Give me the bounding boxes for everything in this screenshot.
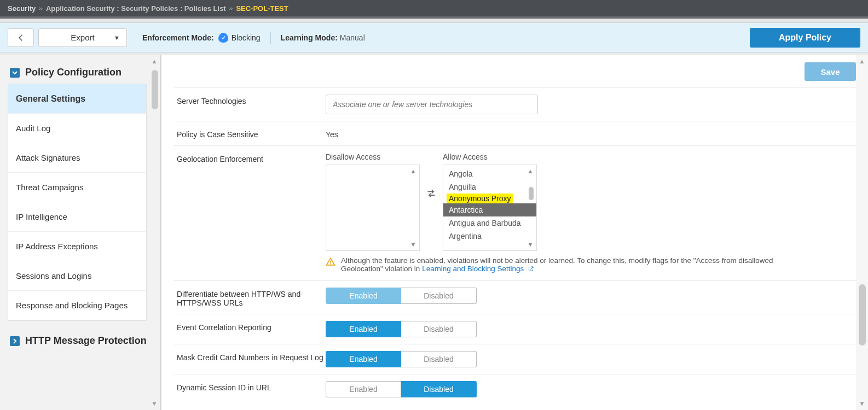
row-server-technologies: Server Technologies <box>173 87 856 121</box>
sidebar-item-ip-intelligence[interactable]: IP Intelligence <box>8 202 146 232</box>
breadcrumb-path[interactable]: Application Security : Security Policies… <box>46 4 226 13</box>
divider <box>0 19 868 23</box>
collapse-right-icon <box>10 336 20 346</box>
event-correlation-label: Event Correlation Reporting <box>177 321 326 337</box>
disallow-access-listbox[interactable]: ▲ ▼ <box>326 165 420 251</box>
sidebar-item-response-blocking-pages[interactable]: Response and Blocking Pages <box>8 291 146 320</box>
dynamic-session-id-label: Dynamic Session ID in URL <box>177 381 326 397</box>
list-item[interactable]: Argentina <box>443 230 536 243</box>
learning-mode-value: Manual <box>340 33 365 42</box>
learning-mode-label: Learning Mode: <box>281 33 338 42</box>
sidebar-item-attack-signatures[interactable]: Attack Signatures <box>8 143 146 173</box>
main-scrollbar[interactable]: ▲ ▼ <box>856 55 868 410</box>
sidebar-section-title: HTTP Message Protection <box>25 335 147 347</box>
list-item[interactable]: Angola <box>443 167 536 180</box>
back-button[interactable] <box>8 28 34 47</box>
differentiate-toggle: Enabled Disabled <box>326 288 856 304</box>
sidebar-item-audit-log[interactable]: Audit Log <box>8 114 146 143</box>
scroll-down-icon: ▼ <box>152 400 158 407</box>
export-dropdown[interactable]: Export ▼ <box>38 28 127 47</box>
external-link-icon <box>528 265 540 274</box>
main-panel: Save Server Technologies Policy is Case … <box>161 55 868 410</box>
sidebar-section-policy-config[interactable]: Policy Configuration <box>8 62 160 84</box>
apply-policy-button[interactable]: Apply Policy <box>750 28 860 48</box>
svg-point-1 <box>330 263 331 265</box>
server-technologies-label: Server Technologies <box>177 95 326 114</box>
main-scrollbar-thumb[interactable] <box>859 284 866 345</box>
allow-access-listbox[interactable]: Angola Anguilla Anonymous Proxy Antarcti… <box>443 165 537 251</box>
divider <box>270 32 271 44</box>
enforcement-mode: Enforcement Mode: Blocking <box>142 33 261 43</box>
toggle-enabled[interactable]: Enabled <box>326 351 401 367</box>
sidebar-item-ip-address-exceptions[interactable]: IP Address Exceptions <box>8 232 146 261</box>
scroll-down-icon: ▼ <box>859 400 865 407</box>
sidebar-item-general-settings[interactable]: General Settings <box>8 84 146 114</box>
shield-check-icon <box>218 33 228 43</box>
arrow-left-icon <box>16 33 26 43</box>
list-item-highlighted[interactable]: Anonymous Proxy <box>447 194 513 203</box>
case-sensitive-value: Yes <box>326 128 856 139</box>
server-technologies-input[interactable] <box>326 95 538 114</box>
scrollbar-thumb[interactable] <box>529 187 534 200</box>
row-geolocation-enforcement: Geolocation Enforcement Disallow Access … <box>173 145 856 280</box>
export-label: Export <box>71 33 94 42</box>
scroll-up-icon: ▲ <box>525 166 535 176</box>
geolocation-enforcement-label: Geolocation Enforcement <box>177 153 326 163</box>
scroll-down-icon: ▼ <box>408 239 418 249</box>
toggle-disabled[interactable]: Disabled <box>401 288 477 304</box>
sidebar-item-threat-campaigns[interactable]: Threat Campaigns <box>8 173 146 202</box>
toggle-disabled[interactable]: Disabled <box>401 381 477 397</box>
sidebar-scrollbar-thumb[interactable] <box>152 70 158 109</box>
warning-triangle-icon <box>326 257 335 267</box>
case-sensitive-label: Policy is Case Sensitive <box>177 128 326 139</box>
collapse-down-icon <box>10 68 20 78</box>
breadcrumb-sep-icon: ›› <box>39 5 43 11</box>
swap-buttons[interactable] <box>420 153 443 198</box>
row-differentiate-http-ws: Differentiate between HTTP/WS and HTTPS/… <box>173 280 856 314</box>
learning-blocking-settings-link[interactable]: Learning and Blocking Settings <box>422 265 524 273</box>
mask-cc-toggle: Enabled Disabled <box>326 351 856 367</box>
scroll-up-icon: ▲ <box>152 58 158 65</box>
geolocation-warning: Although the feature is enabled, violati… <box>326 256 807 274</box>
row-case-sensitive: Policy is Case Sensitive Yes <box>173 121 856 145</box>
enforcement-mode-label: Enforcement Mode: <box>142 33 214 42</box>
sidebar-nav-list: General Settings Audit Log Attack Signat… <box>8 84 147 321</box>
enforcement-mode-value: Blocking <box>232 33 261 42</box>
toggle-disabled[interactable]: Disabled <box>401 321 477 337</box>
toolbar: Export ▼ Enforcement Mode: Blocking Lear… <box>0 23 868 52</box>
sidebar: Policy Configuration General Settings Au… <box>0 55 160 410</box>
scroll-up-icon: ▲ <box>408 166 418 176</box>
save-button[interactable]: Save <box>805 62 856 81</box>
disallow-access-header: Disallow Access <box>326 153 420 161</box>
differentiate-http-ws-label: Differentiate between HTTP/WS and HTTPS/… <box>177 288 326 307</box>
list-item[interactable]: Anguilla <box>443 180 536 194</box>
row-mask-cc: Mask Credit Card Numbers in Request Log … <box>173 344 856 374</box>
toggle-enabled[interactable]: Enabled <box>326 321 401 337</box>
mask-cc-label: Mask Credit Card Numbers in Request Log <box>177 351 326 367</box>
breadcrumb: Security ›› Application Security : Secur… <box>0 0 868 19</box>
dynamic-session-toggle: Enabled Disabled <box>326 381 856 397</box>
list-item-selected[interactable]: Antarctica <box>443 203 536 216</box>
row-event-correlation: Event Correlation Reporting Enabled Disa… <box>173 314 856 344</box>
scroll-down-icon: ▼ <box>525 239 535 249</box>
breadcrumb-current: SEC-POL-TEST <box>236 4 288 13</box>
breadcrumb-root[interactable]: Security <box>8 4 36 13</box>
sidebar-item-sessions-and-logins[interactable]: Sessions and Logins <box>8 261 146 291</box>
toggle-disabled[interactable]: Disabled <box>401 351 477 367</box>
event-correlation-toggle: Enabled Disabled <box>326 321 856 337</box>
caret-down-icon: ▼ <box>114 34 120 41</box>
sidebar-section-http-message-protection[interactable]: HTTP Message Protection <box>8 331 160 352</box>
list-item[interactable]: Antigua and Barbuda <box>443 216 536 230</box>
row-dynamic-session-id: Dynamic Session ID in URL Enabled Disabl… <box>173 374 856 404</box>
swap-horizontal-icon <box>426 188 437 198</box>
scroll-up-icon: ▲ <box>859 58 865 65</box>
toggle-enabled[interactable]: Enabled <box>326 288 401 304</box>
sidebar-section-title: Policy Configuration <box>25 67 121 78</box>
warning-text: Although the feature is enabled, violati… <box>341 256 773 273</box>
allow-access-header: Allow Access <box>443 153 537 161</box>
toggle-enabled[interactable]: Enabled <box>326 381 401 397</box>
learning-mode: Learning Mode: Manual <box>281 33 365 42</box>
breadcrumb-sep-icon: ›› <box>229 5 233 11</box>
